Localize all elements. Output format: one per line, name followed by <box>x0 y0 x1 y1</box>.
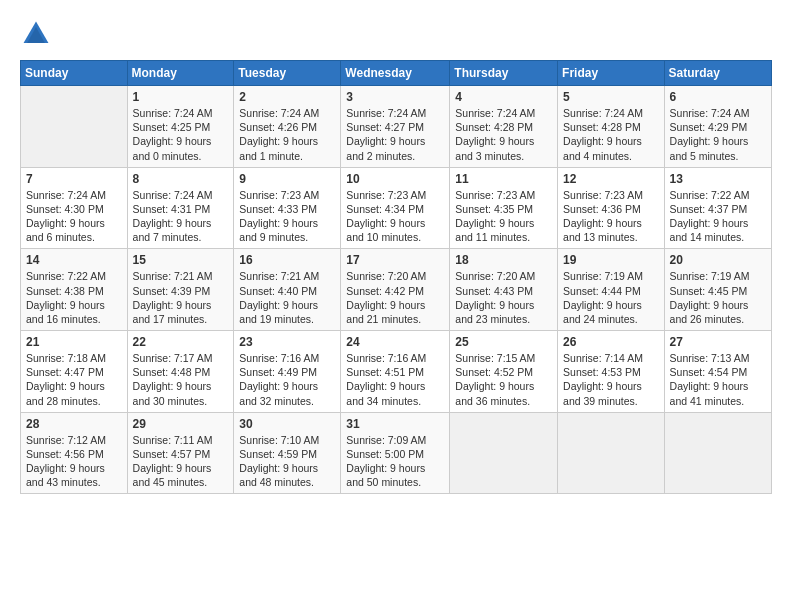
calendar-cell: 23Sunrise: 7:16 AMSunset: 4:49 PMDayligh… <box>234 331 341 413</box>
weekday-header-sunday: Sunday <box>21 61 128 86</box>
cell-details: Sunrise: 7:24 AMSunset: 4:30 PMDaylight:… <box>26 188 122 245</box>
cell-details: Sunrise: 7:24 AMSunset: 4:31 PMDaylight:… <box>133 188 229 245</box>
cell-details: Sunrise: 7:23 AMSunset: 4:34 PMDaylight:… <box>346 188 444 245</box>
week-row-2: 7Sunrise: 7:24 AMSunset: 4:30 PMDaylight… <box>21 167 772 249</box>
day-number: 16 <box>239 253 335 267</box>
calendar-cell: 13Sunrise: 7:22 AMSunset: 4:37 PMDayligh… <box>664 167 771 249</box>
calendar-cell: 1Sunrise: 7:24 AMSunset: 4:25 PMDaylight… <box>127 86 234 168</box>
cell-details: Sunrise: 7:16 AMSunset: 4:51 PMDaylight:… <box>346 351 444 408</box>
logo <box>20 18 56 50</box>
calendar-cell: 24Sunrise: 7:16 AMSunset: 4:51 PMDayligh… <box>341 331 450 413</box>
week-row-5: 28Sunrise: 7:12 AMSunset: 4:56 PMDayligh… <box>21 412 772 494</box>
day-number: 8 <box>133 172 229 186</box>
cell-details: Sunrise: 7:10 AMSunset: 4:59 PMDaylight:… <box>239 433 335 490</box>
cell-details: Sunrise: 7:24 AMSunset: 4:28 PMDaylight:… <box>455 106 552 163</box>
calendar-table: SundayMondayTuesdayWednesdayThursdayFrid… <box>20 60 772 494</box>
calendar-cell: 11Sunrise: 7:23 AMSunset: 4:35 PMDayligh… <box>450 167 558 249</box>
day-number: 12 <box>563 172 659 186</box>
day-number: 5 <box>563 90 659 104</box>
cell-details: Sunrise: 7:24 AMSunset: 4:25 PMDaylight:… <box>133 106 229 163</box>
calendar-cell: 10Sunrise: 7:23 AMSunset: 4:34 PMDayligh… <box>341 167 450 249</box>
calendar-cell: 25Sunrise: 7:15 AMSunset: 4:52 PMDayligh… <box>450 331 558 413</box>
cell-details: Sunrise: 7:12 AMSunset: 4:56 PMDaylight:… <box>26 433 122 490</box>
cell-details: Sunrise: 7:24 AMSunset: 4:28 PMDaylight:… <box>563 106 659 163</box>
cell-details: Sunrise: 7:23 AMSunset: 4:33 PMDaylight:… <box>239 188 335 245</box>
calendar-cell <box>558 412 665 494</box>
day-number: 17 <box>346 253 444 267</box>
cell-details: Sunrise: 7:16 AMSunset: 4:49 PMDaylight:… <box>239 351 335 408</box>
day-number: 21 <box>26 335 122 349</box>
week-row-4: 21Sunrise: 7:18 AMSunset: 4:47 PMDayligh… <box>21 331 772 413</box>
day-number: 1 <box>133 90 229 104</box>
cell-details: Sunrise: 7:19 AMSunset: 4:45 PMDaylight:… <box>670 269 766 326</box>
calendar-cell: 14Sunrise: 7:22 AMSunset: 4:38 PMDayligh… <box>21 249 128 331</box>
calendar-cell <box>450 412 558 494</box>
calendar-cell: 5Sunrise: 7:24 AMSunset: 4:28 PMDaylight… <box>558 86 665 168</box>
day-number: 30 <box>239 417 335 431</box>
calendar-cell: 7Sunrise: 7:24 AMSunset: 4:30 PMDaylight… <box>21 167 128 249</box>
calendar-cell: 27Sunrise: 7:13 AMSunset: 4:54 PMDayligh… <box>664 331 771 413</box>
weekday-header-wednesday: Wednesday <box>341 61 450 86</box>
calendar-cell: 18Sunrise: 7:20 AMSunset: 4:43 PMDayligh… <box>450 249 558 331</box>
cell-details: Sunrise: 7:22 AMSunset: 4:38 PMDaylight:… <box>26 269 122 326</box>
logo-icon <box>20 18 52 50</box>
day-number: 4 <box>455 90 552 104</box>
weekday-header-tuesday: Tuesday <box>234 61 341 86</box>
cell-details: Sunrise: 7:20 AMSunset: 4:43 PMDaylight:… <box>455 269 552 326</box>
cell-details: Sunrise: 7:19 AMSunset: 4:44 PMDaylight:… <box>563 269 659 326</box>
cell-details: Sunrise: 7:23 AMSunset: 4:35 PMDaylight:… <box>455 188 552 245</box>
cell-details: Sunrise: 7:15 AMSunset: 4:52 PMDaylight:… <box>455 351 552 408</box>
calendar-cell: 29Sunrise: 7:11 AMSunset: 4:57 PMDayligh… <box>127 412 234 494</box>
calendar-cell: 26Sunrise: 7:14 AMSunset: 4:53 PMDayligh… <box>558 331 665 413</box>
cell-details: Sunrise: 7:11 AMSunset: 4:57 PMDaylight:… <box>133 433 229 490</box>
calendar-cell: 22Sunrise: 7:17 AMSunset: 4:48 PMDayligh… <box>127 331 234 413</box>
day-number: 6 <box>670 90 766 104</box>
header <box>20 18 772 50</box>
day-number: 10 <box>346 172 444 186</box>
day-number: 7 <box>26 172 122 186</box>
calendar-cell <box>664 412 771 494</box>
day-number: 28 <box>26 417 122 431</box>
calendar-cell: 21Sunrise: 7:18 AMSunset: 4:47 PMDayligh… <box>21 331 128 413</box>
calendar-cell: 16Sunrise: 7:21 AMSunset: 4:40 PMDayligh… <box>234 249 341 331</box>
day-number: 14 <box>26 253 122 267</box>
calendar-cell: 19Sunrise: 7:19 AMSunset: 4:44 PMDayligh… <box>558 249 665 331</box>
page: SundayMondayTuesdayWednesdayThursdayFrid… <box>0 0 792 612</box>
day-number: 23 <box>239 335 335 349</box>
cell-details: Sunrise: 7:24 AMSunset: 4:26 PMDaylight:… <box>239 106 335 163</box>
day-number: 13 <box>670 172 766 186</box>
day-number: 11 <box>455 172 552 186</box>
cell-details: Sunrise: 7:09 AMSunset: 5:00 PMDaylight:… <box>346 433 444 490</box>
calendar-cell: 8Sunrise: 7:24 AMSunset: 4:31 PMDaylight… <box>127 167 234 249</box>
day-number: 19 <box>563 253 659 267</box>
cell-details: Sunrise: 7:24 AMSunset: 4:27 PMDaylight:… <box>346 106 444 163</box>
calendar-cell: 31Sunrise: 7:09 AMSunset: 5:00 PMDayligh… <box>341 412 450 494</box>
day-number: 25 <box>455 335 552 349</box>
day-number: 18 <box>455 253 552 267</box>
calendar-cell: 17Sunrise: 7:20 AMSunset: 4:42 PMDayligh… <box>341 249 450 331</box>
weekday-header-saturday: Saturday <box>664 61 771 86</box>
weekday-header-thursday: Thursday <box>450 61 558 86</box>
cell-details: Sunrise: 7:13 AMSunset: 4:54 PMDaylight:… <box>670 351 766 408</box>
cell-details: Sunrise: 7:23 AMSunset: 4:36 PMDaylight:… <box>563 188 659 245</box>
cell-details: Sunrise: 7:21 AMSunset: 4:39 PMDaylight:… <box>133 269 229 326</box>
day-number: 15 <box>133 253 229 267</box>
calendar-cell: 6Sunrise: 7:24 AMSunset: 4:29 PMDaylight… <box>664 86 771 168</box>
day-number: 9 <box>239 172 335 186</box>
week-row-3: 14Sunrise: 7:22 AMSunset: 4:38 PMDayligh… <box>21 249 772 331</box>
calendar-cell: 15Sunrise: 7:21 AMSunset: 4:39 PMDayligh… <box>127 249 234 331</box>
calendar-cell: 4Sunrise: 7:24 AMSunset: 4:28 PMDaylight… <box>450 86 558 168</box>
day-number: 31 <box>346 417 444 431</box>
calendar-cell: 9Sunrise: 7:23 AMSunset: 4:33 PMDaylight… <box>234 167 341 249</box>
cell-details: Sunrise: 7:14 AMSunset: 4:53 PMDaylight:… <box>563 351 659 408</box>
calendar-cell: 20Sunrise: 7:19 AMSunset: 4:45 PMDayligh… <box>664 249 771 331</box>
day-number: 29 <box>133 417 229 431</box>
week-row-1: 1Sunrise: 7:24 AMSunset: 4:25 PMDaylight… <box>21 86 772 168</box>
cell-details: Sunrise: 7:21 AMSunset: 4:40 PMDaylight:… <box>239 269 335 326</box>
day-number: 27 <box>670 335 766 349</box>
cell-details: Sunrise: 7:22 AMSunset: 4:37 PMDaylight:… <box>670 188 766 245</box>
day-number: 2 <box>239 90 335 104</box>
day-number: 3 <box>346 90 444 104</box>
cell-details: Sunrise: 7:20 AMSunset: 4:42 PMDaylight:… <box>346 269 444 326</box>
calendar-cell: 30Sunrise: 7:10 AMSunset: 4:59 PMDayligh… <box>234 412 341 494</box>
